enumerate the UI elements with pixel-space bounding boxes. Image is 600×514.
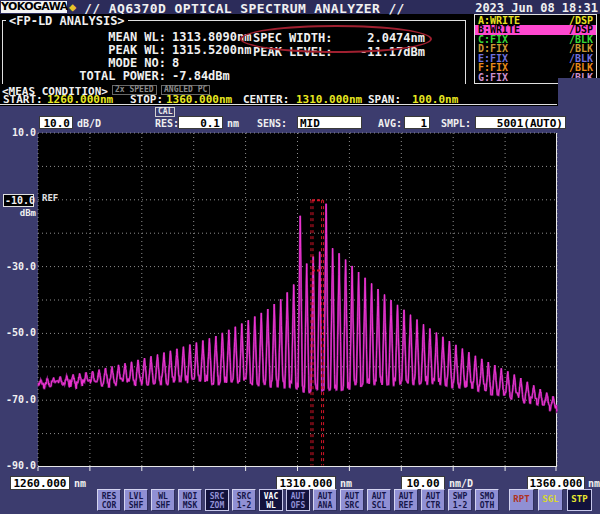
softkey-vac-wl[interactable]: VACWL — [259, 489, 283, 511]
xaxis-center-field[interactable]: 1310.000 — [276, 476, 336, 490]
softkey-label: AUTSCL — [372, 492, 386, 510]
ytick-ref-minus10[interactable]: -10.0 — [3, 194, 34, 207]
softkey-res-cor[interactable]: RESCOR — [97, 489, 121, 511]
softkey-label: VACWL — [264, 492, 278, 510]
avg-label: AVG: — [378, 118, 402, 129]
ytick-10: 10.0 — [2, 127, 36, 138]
header-bar: YOKOGAWA ◆ // AQ6370D OPTICAL SPECTRUM A… — [0, 0, 600, 14]
yokogawa-logo: YOKOGAWA — [1, 1, 67, 13]
smpl-label: SMPL: — [441, 118, 471, 129]
mode-no-label: MODE NO: — [0, 56, 166, 70]
center-label: CENTER: — [243, 93, 289, 106]
ytick-minus90: -90.0 — [2, 460, 36, 471]
trace-name: G:FIX — [478, 73, 508, 82]
spectrum-plot — [38, 133, 557, 473]
avg-field[interactable]: 1 — [404, 116, 430, 129]
span-label: SPAN: — [368, 93, 401, 106]
softkey-label: AUTOFS — [291, 492, 305, 510]
softkey-noi-msk[interactable]: NOIMSK — [178, 489, 202, 511]
softkey-smo-oth[interactable]: SMOOTH — [475, 489, 499, 511]
softkey-label: AUTCTR — [426, 492, 440, 510]
center-value[interactable]: 1310.000nm — [296, 93, 362, 106]
softkey-label: SRCZOM — [210, 492, 224, 510]
softkey-label: RESCOR — [102, 492, 116, 510]
softkey-label: SWP1-2 — [453, 492, 467, 510]
trace-b-halo — [38, 204, 557, 412]
softkey-wl-shf[interactable]: WLSHF — [151, 489, 175, 511]
spectrum-chart[interactable]: REF — [38, 133, 557, 467]
sweep-rpt-button[interactable]: RPT — [509, 489, 534, 511]
cal-indicator: CAL — [155, 107, 175, 117]
softkey-aut-ana[interactable]: AUTANA — [313, 489, 337, 511]
softkey-label: LVLSHF — [129, 492, 143, 510]
stop-label: STOP: — [130, 93, 163, 106]
softkey-src-zom[interactable]: SRCZOM — [205, 489, 229, 511]
mean-wl-label: MEAN WL: — [0, 30, 166, 44]
total-power-value: -7.84dBm — [172, 69, 230, 83]
softkey-swp-1-2[interactable]: SWP1-2 — [448, 489, 472, 511]
datetime: 2023 Jun 08 18:31 — [475, 1, 598, 15]
ytick-minus70: -70.0 — [2, 394, 36, 405]
ref-level-label: REF — [42, 193, 58, 203]
softkey-label: SRC1-2 — [237, 492, 251, 510]
xaxis-perdiv-field[interactable]: 10.00 — [401, 476, 445, 490]
sens-label: SENS: — [257, 118, 287, 129]
res-field[interactable]: 0.1 — [178, 116, 223, 129]
softkey-aut-src[interactable]: AUTSRC — [340, 489, 364, 511]
app-title: // AQ6370D OPTICAL SPECTRUM ANALYZER // — [84, 1, 405, 16]
xaxis-stop-unit: nm — [588, 478, 600, 489]
sweep-stp-button[interactable]: STP — [567, 489, 592, 511]
trace-legend-panel: A:WRITE/DSPB:WRITE/DSPC:FIX/BLKD:FIX/BLK… — [474, 14, 597, 84]
spec-width-highlight-ellipse — [240, 25, 432, 53]
softkey-aut-scl[interactable]: AUTSCL — [367, 489, 391, 511]
sweep-sgl-button[interactable]: SGL — [538, 489, 563, 511]
fpld-analysis-title: <FP-LD ANALYSIS> — [6, 14, 128, 28]
smpl-field[interactable]: 5001(AUTO) — [475, 116, 566, 129]
diamond-icon: ◆ — [69, 0, 76, 14]
softkey-label: SMOOTH — [480, 492, 494, 510]
peak-wl-label: PEAK WL: — [0, 43, 166, 57]
xaxis-stop-field[interactable]: 1360.000 — [527, 476, 585, 490]
peak-wl-value: 1315.5200nm — [172, 43, 251, 57]
start-label: START: — [3, 93, 43, 106]
softkey-lvl-shf[interactable]: LVLSHF — [124, 489, 148, 511]
level-scale-field[interactable]: 10.0 — [39, 116, 73, 129]
softkey-label: NOIMSK — [183, 492, 197, 510]
ytick-minus50: -50.0 — [2, 327, 36, 338]
start-value[interactable]: 1260.000nm — [47, 93, 113, 106]
xaxis-center-unit: nm — [340, 478, 352, 489]
res-label: RES: — [155, 118, 179, 129]
osa-screen: YOKOGAWA ◆ // AQ6370D OPTICAL SPECTRUM A… — [0, 0, 600, 514]
level-scale-unit: dB/D — [77, 118, 101, 129]
span-value[interactable]: 100.0nm — [412, 93, 458, 106]
yaxis-unit: dBm — [2, 208, 36, 218]
sens-field[interactable]: MID — [297, 116, 362, 129]
softkey-label: WLSHF — [156, 492, 170, 510]
xaxis-perdiv-unit: nm/D — [449, 478, 473, 489]
stop-value[interactable]: 1360.000nm — [166, 93, 232, 106]
xaxis-start-field[interactable]: 1260.000 — [10, 476, 70, 490]
softkey-src-1-2[interactable]: SRC1-2 — [232, 489, 256, 511]
panel-gap — [558, 78, 600, 106]
total-power-label: TOTAL POWER: — [0, 69, 166, 83]
softkey-aut-ref[interactable]: AUTREF — [394, 489, 418, 511]
xaxis-start-unit: nm — [74, 478, 86, 489]
ytick-minus30: -30.0 — [2, 261, 36, 272]
softkey-label: AUTREF — [399, 492, 413, 510]
softkey-label: AUTSRC — [345, 492, 359, 510]
softkey-label: AUTANA — [318, 492, 332, 510]
res-unit: nm — [227, 118, 239, 129]
softkey-aut-ctr[interactable]: AUTCTR — [421, 489, 445, 511]
mode-no-value: 8 — [172, 56, 179, 70]
softkey-aut-ofs[interactable]: AUTOFS — [286, 489, 310, 511]
